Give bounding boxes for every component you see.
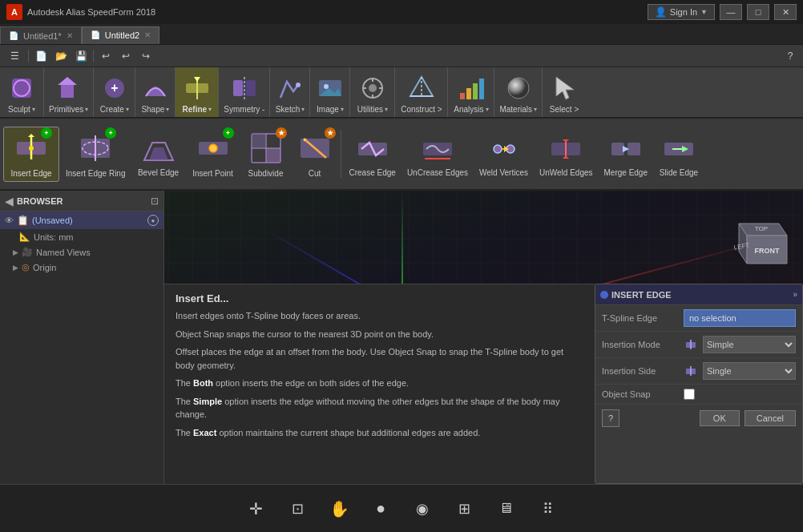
svg-text:TOP: TOP <box>755 225 768 232</box>
refine-unweld-edges[interactable]: UnWeld Edges <box>535 128 598 180</box>
insertion-side-icon <box>684 364 698 378</box>
help-icon-btn[interactable]: ? <box>602 409 619 427</box>
image-label: Image <box>317 105 339 114</box>
pan-tool-button[interactable]: ✋ <box>324 494 354 524</box>
save-button[interactable]: 💾 <box>71 47 91 65</box>
browser-title: BROWSER <box>17 196 147 206</box>
sketch-label: Sketch <box>276 105 301 114</box>
refine-insert-point[interactable]: + Insert Point <box>187 127 240 181</box>
help-para-1: Insert edges onto T-Spline body faces or… <box>176 309 583 323</box>
svg-marker-8 <box>194 77 200 82</box>
browser-expand-icon[interactable]: ⊡ <box>151 195 159 207</box>
close-button[interactable]: ✕ <box>774 4 797 20</box>
analysis-label: Analysis <box>454 105 483 114</box>
maximize-button[interactable]: □ <box>747 4 769 20</box>
insertion-mode-select[interactable]: Simple Exact <box>703 336 796 353</box>
bevel-edge-label: Bevel Edge <box>138 168 179 177</box>
ribbon-primitives[interactable]: Primitives ▾ <box>44 67 94 117</box>
eye-icon[interactable]: 👁 <box>5 216 14 225</box>
origin-label: Origin <box>33 263 56 272</box>
insertion-side-label: Insertion Side <box>602 366 679 376</box>
undo-btn2[interactable]: ↩ <box>116 47 135 65</box>
cancel-button[interactable]: Cancel <box>744 410 796 426</box>
browser-collapse-icon[interactable]: ◀ <box>5 195 14 208</box>
unsaved-record-icon[interactable]: ● <box>147 215 159 226</box>
minimize-button[interactable]: — <box>720 4 742 20</box>
utilities-icon <box>358 74 387 103</box>
ribbon-analysis[interactable]: Analysis ▾ <box>448 67 494 117</box>
frame-tool-button[interactable]: ⊡ <box>282 494 313 524</box>
ribbon-sculpt[interactable]: Sculpt ▾ <box>0 67 44 117</box>
ribbon-image[interactable]: Image ▾ <box>310 67 350 117</box>
viewcube[interactable]: FRONT LEFT TOP <box>723 204 795 276</box>
select-icon <box>550 74 579 103</box>
dots-tool-button[interactable]: ⠿ <box>532 494 563 524</box>
help-para-3: Offset places the edge at an offset from… <box>176 345 583 372</box>
redo-button[interactable]: ↪ <box>136 47 155 65</box>
ribbon-create[interactable]: + Create ▾ <box>94 67 135 117</box>
refine-arrow: ▾ <box>208 106 212 113</box>
refine-icon <box>183 74 212 103</box>
ribbon-select[interactable]: Select > <box>543 67 586 117</box>
browser-item-unsaved[interactable]: 👁 📋 (Unsaved) ● <box>0 212 163 229</box>
help-para-4: The Both option inserts the edge on both… <box>176 377 583 390</box>
tab-untitled1[interactable]: 📄 Untitled1* ✕ <box>0 26 82 44</box>
square-tool-button[interactable]: ◉ <box>407 494 438 524</box>
tab-untitled2[interactable]: 📄 Untitled2 ✕ <box>82 26 159 44</box>
help-button[interactable]: ? <box>781 47 800 65</box>
ok-button[interactable]: OK <box>700 410 740 426</box>
svg-rect-9 <box>233 80 243 96</box>
create-label: Create <box>100 105 124 114</box>
insert-edge-expand-icon[interactable]: » <box>793 290 797 299</box>
svg-rect-27 <box>473 83 478 99</box>
tspline-edge-label: T-Spline Edge <box>602 313 679 323</box>
monitor-tool-button[interactable]: 🖥 <box>490 494 521 524</box>
object-snap-checkbox[interactable] <box>684 389 695 400</box>
browser-item-units[interactable]: 📐 Units: mm <box>0 229 163 244</box>
refine-subdivide[interactable]: ★ Subdivide <box>241 127 291 181</box>
user-area[interactable]: 👤 Sign In ▼ <box>648 4 715 20</box>
ribbon-utilities[interactable]: Utilities ▾ <box>350 67 395 117</box>
tspline-edge-value[interactable]: no selection <box>684 309 796 327</box>
create-icon: + <box>100 74 129 103</box>
ribbon-construct[interactable]: Construct > <box>395 67 448 117</box>
new-button[interactable]: 📄 <box>31 47 50 65</box>
tspline-edge-row: T-Spline Edge no selection <box>595 305 802 332</box>
browser-item-named-views[interactable]: ▶ 🎥 Named Views <box>0 244 163 260</box>
named-views-icon: 🎥 <box>22 247 33 257</box>
insertion-side-select[interactable]: Single Both <box>703 362 796 380</box>
units-icon: 📐 <box>19 232 30 242</box>
crease-edge-icon <box>355 131 390 167</box>
sketch-icon <box>276 74 305 103</box>
grid-tool-button[interactable]: ⊞ <box>449 494 479 524</box>
refine-crease-edge[interactable]: Crease Edge <box>345 128 401 180</box>
object-snap-label: Object Snap <box>602 389 679 399</box>
refine-uncrease-edges[interactable]: UnCrease Edges <box>402 128 473 180</box>
undo-button[interactable]: ↩ <box>96 47 115 65</box>
ribbon-materials[interactable]: Materials ▾ <box>494 67 543 117</box>
circle-tool-button[interactable]: ● <box>365 494 396 524</box>
ribbon-sketch[interactable]: Sketch ▾ <box>270 67 310 117</box>
ribbon-symmetry[interactable]: Symmetry - <box>219 67 270 117</box>
analysis-arrow: ▾ <box>486 106 489 113</box>
tab1-label: Untitled1* <box>23 31 62 41</box>
shape-label: Shape <box>141 105 164 114</box>
ribbon-refine[interactable]: Refine ▾ <box>176 67 219 117</box>
refine-merge-edge[interactable]: Merge Edge <box>599 128 652 180</box>
refine-slide-edge[interactable]: Slide Edge <box>654 128 704 180</box>
ribbon-shape[interactable]: Shape ▾ <box>135 67 176 117</box>
refine-insert-edge-ring[interactable]: + Insert Edge Ring <box>61 127 131 181</box>
refine-bevel-edge[interactable]: Bevel Edge <box>132 128 185 180</box>
tab1-icon: 📄 <box>9 31 18 40</box>
browser-item-origin[interactable]: ▶ ◎ Origin <box>0 260 163 275</box>
app-title: Autodesk Alias SpeedForm 2018 <box>27 7 643 17</box>
refine-weld-vertices[interactable]: Weld Vertices <box>474 128 533 180</box>
move-tool-button[interactable]: ✛ <box>240 494 271 524</box>
open-button[interactable]: 📂 <box>51 47 71 65</box>
tab2-close-icon[interactable]: ✕ <box>144 30 151 39</box>
tab1-close-icon[interactable]: ✕ <box>67 31 73 40</box>
unsaved-label: (Unsaved) <box>32 216 73 225</box>
refine-cut[interactable]: ★ Cut <box>293 127 337 181</box>
refine-insert-edge[interactable]: + Insert Edge <box>3 127 59 182</box>
menu-button[interactable]: ☰ <box>3 47 26 65</box>
